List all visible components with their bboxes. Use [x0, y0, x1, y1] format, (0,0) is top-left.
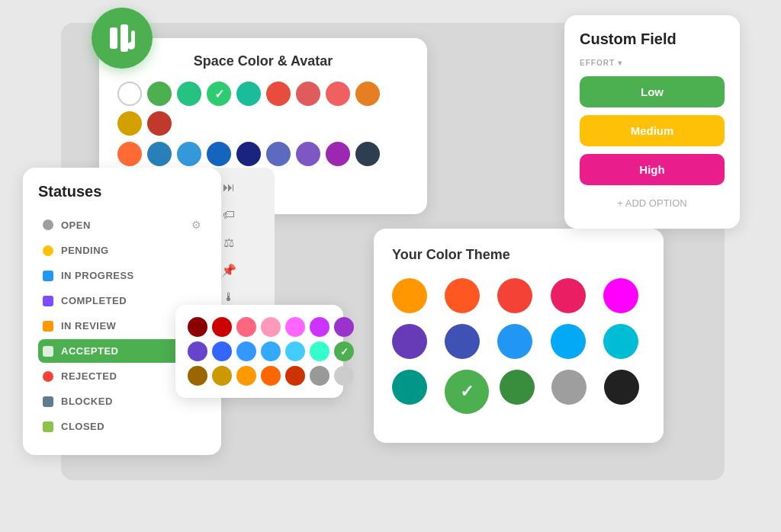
status-label-completed: COMPLETED — [61, 295, 127, 306]
cp-brown[interactable] — [188, 366, 207, 386]
cp-green-selected[interactable] — [334, 341, 354, 361]
icon-tag1[interactable]: 🏷 — [218, 204, 239, 226]
theme-deep-orange[interactable] — [445, 278, 480, 313]
color-red3[interactable] — [326, 82, 350, 106]
status-label-pending: PENDING — [61, 245, 109, 256]
option-medium[interactable]: Medium — [580, 115, 725, 146]
color-green1[interactable] — [147, 82, 172, 106]
status-dot-completed — [43, 296, 53, 306]
cp-magenta[interactable] — [285, 317, 305, 337]
color-picker-small-panel — [175, 305, 343, 398]
cp-violet[interactable] — [310, 317, 329, 337]
color-blue2[interactable] — [177, 142, 201, 166]
color-gold[interactable] — [117, 111, 142, 136]
cp-blue2[interactable] — [236, 341, 256, 361]
status-dot-inprogress — [43, 271, 53, 281]
svg-rect-0 — [110, 27, 117, 49]
color-orange[interactable] — [355, 82, 380, 106]
cp-teal[interactable] — [310, 341, 329, 361]
color-orange2[interactable] — [117, 142, 142, 166]
option-low[interactable]: Low — [580, 76, 725, 107]
theme-blue[interactable] — [497, 324, 532, 359]
color-grid-row1 — [117, 82, 409, 136]
cp-darkorange[interactable] — [285, 366, 305, 386]
cp-yellow[interactable] — [212, 366, 232, 386]
gear-icon[interactable]: ⚙ — [191, 219, 201, 231]
cp-blue3[interactable] — [261, 341, 281, 361]
svg-rect-1 — [121, 24, 128, 52]
theme-red[interactable] — [497, 278, 532, 313]
svg-point-3 — [127, 42, 135, 50]
status-label-accepted: ACCEPTED — [61, 345, 119, 357]
color-green2[interactable] — [177, 82, 201, 106]
color-purple2[interactable] — [326, 142, 350, 166]
app-logo — [92, 8, 153, 69]
cp-orange1[interactable] — [236, 366, 256, 386]
cp-darkred[interactable] — [188, 317, 207, 337]
status-pending[interactable]: PENDING — [38, 239, 206, 262]
status-closed[interactable]: CLOSED — [38, 415, 206, 438]
status-dot-blocked — [43, 396, 53, 407]
status-dot-open — [43, 220, 53, 230]
color-green3-selected[interactable] — [207, 82, 231, 106]
icon-scale[interactable]: ⚖ — [218, 232, 239, 253]
color-blue1[interactable] — [147, 142, 172, 166]
theme-gray[interactable] — [551, 370, 587, 405]
status-open[interactable]: OPEN ⚙ — [38, 213, 206, 237]
theme-orange[interactable] — [392, 278, 427, 313]
theme-grid-row3 — [392, 370, 645, 414]
space-color-title: Space Color & Avatar — [117, 53, 409, 69]
theme-dark-green[interactable] — [500, 370, 535, 405]
cp-blue1[interactable] — [212, 341, 232, 361]
color-darkblue[interactable] — [236, 142, 261, 166]
theme-black[interactable] — [604, 370, 639, 405]
cp-pink[interactable] — [236, 317, 256, 337]
effort-label: EFFORT ▾ — [580, 59, 725, 67]
color-darkgray1[interactable] — [355, 142, 380, 166]
status-dot-accepted — [43, 346, 53, 357]
option-high[interactable]: High — [580, 154, 725, 185]
status-label-inreview: IN REVIEW — [61, 320, 116, 332]
color-white[interactable] — [117, 82, 142, 106]
status-label-open: OPEN — [61, 220, 91, 231]
status-label-blocked: BLOCKED — [61, 396, 113, 407]
custom-field-panel: Custom Field EFFORT ▾ Low Medium High + … — [564, 15, 740, 229]
cp-orange2[interactable] — [261, 366, 281, 386]
icon-pin[interactable]: 📌 — [218, 259, 239, 280]
statuses-title: Statuses — [38, 183, 206, 200]
status-label-rejected: REJECTED — [61, 370, 117, 382]
theme-indigo[interactable] — [445, 324, 480, 359]
cp-lightgray[interactable] — [334, 366, 354, 386]
theme-light-blue[interactable] — [551, 324, 586, 359]
cp-gray[interactable] — [310, 366, 329, 386]
cp-indigo[interactable] — [188, 341, 207, 361]
icon-next[interactable]: ⏭ — [218, 177, 239, 198]
cp-red[interactable] — [212, 317, 232, 337]
cp-lightpink[interactable] — [261, 317, 281, 337]
color-blue3[interactable] — [207, 142, 231, 166]
theme-grid-row1 — [392, 278, 645, 313]
theme-teal[interactable] — [392, 370, 427, 405]
status-dot-inreview — [43, 321, 53, 332]
color-darkred[interactable] — [147, 111, 172, 136]
color-purple1[interactable] — [296, 142, 320, 166]
cp-purple[interactable] — [334, 317, 354, 337]
color-teal[interactable] — [236, 82, 261, 106]
dropdown-chevron-icon[interactable]: ▾ — [618, 59, 622, 67]
theme-magenta[interactable] — [603, 278, 638, 313]
color-red2[interactable] — [296, 82, 320, 106]
color-red1[interactable] — [266, 82, 291, 106]
color-picker-grid — [188, 317, 331, 386]
status-label-inprogress: IN PROGRESS — [61, 270, 134, 281]
color-indigo[interactable] — [266, 142, 291, 166]
theme-cyan[interactable] — [603, 324, 638, 359]
status-in-progress[interactable]: IN PROGRESS — [38, 264, 206, 287]
color-theme-panel: Your Color Theme — [374, 229, 664, 443]
theme-grid-row2 — [392, 324, 645, 359]
theme-green-selected[interactable] — [445, 370, 489, 414]
theme-purple[interactable] — [392, 324, 427, 359]
status-dot-rejected — [43, 371, 53, 382]
cp-cyan[interactable] — [285, 341, 305, 361]
add-option-button[interactable]: + ADD OPTION — [580, 193, 725, 213]
theme-pink[interactable] — [551, 278, 586, 313]
